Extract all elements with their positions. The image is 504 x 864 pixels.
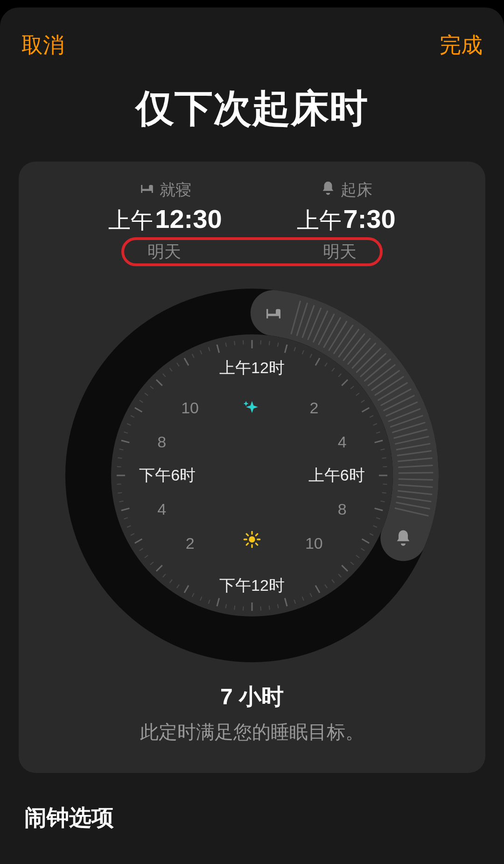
svg-line-61 xyxy=(382,458,386,458)
svg-line-100 xyxy=(150,562,154,565)
navbar: 取消 完成 xyxy=(19,26,485,60)
svg-line-118 xyxy=(131,416,134,418)
svg-line-106 xyxy=(124,517,128,519)
schedule-card: 就寝 上午12:30 起床 上午7:30 明天 xyxy=(19,162,485,773)
dial-label-10: 10 xyxy=(305,534,323,552)
svg-line-46 xyxy=(310,354,312,358)
svg-line-142 xyxy=(246,543,248,545)
svg-line-123 xyxy=(156,380,162,386)
bedtime-value[interactable]: 上午12:30 xyxy=(108,204,222,235)
svg-line-141 xyxy=(256,543,258,545)
dial-label-2b: 2 xyxy=(186,534,195,552)
svg-line-115 xyxy=(121,440,129,443)
svg-line-57 xyxy=(373,424,377,425)
svg-line-68 xyxy=(376,517,380,519)
svg-line-133 xyxy=(234,341,235,345)
dial-label-8: 8 xyxy=(338,500,347,518)
svg-line-127 xyxy=(184,358,189,366)
svg-line-76 xyxy=(338,574,341,577)
svg-line-124 xyxy=(163,374,166,377)
wake-value[interactable]: 上午7:30 xyxy=(297,204,396,235)
svg-line-131 xyxy=(217,345,219,353)
sleep-goal-text: 此定时满足您的睡眠目标。 xyxy=(34,719,470,745)
times-row: 就寝 上午12:30 起床 上午7:30 xyxy=(34,179,470,235)
svg-line-113 xyxy=(118,458,122,458)
svg-line-84 xyxy=(278,604,279,609)
sparkle-icon xyxy=(242,399,262,422)
bed-icon xyxy=(139,180,155,200)
svg-line-134 xyxy=(243,340,244,345)
svg-line-47 xyxy=(315,358,320,366)
done-button[interactable]: 完成 xyxy=(440,31,483,60)
cancel-button[interactable]: 取消 xyxy=(21,31,64,60)
svg-line-122 xyxy=(150,386,154,389)
svg-line-60 xyxy=(381,449,385,450)
dial-label-6am: 上午6时 xyxy=(308,465,365,486)
dial-label-2: 2 xyxy=(309,399,318,417)
svg-line-58 xyxy=(376,432,380,433)
dial-label-10b: 10 xyxy=(181,399,199,417)
svg-line-121 xyxy=(145,393,148,395)
bedtime-ampm: 上午 xyxy=(108,208,153,233)
svg-line-102 xyxy=(140,548,143,551)
bell-icon xyxy=(320,180,336,200)
svg-line-53 xyxy=(356,393,359,395)
svg-line-73 xyxy=(356,555,359,558)
svg-line-67 xyxy=(375,508,383,510)
svg-line-130 xyxy=(209,347,210,351)
svg-line-78 xyxy=(325,585,327,588)
dial-label-4b: 4 xyxy=(157,500,166,518)
svg-line-108 xyxy=(119,501,124,502)
dial-label-12am: 上午12时 xyxy=(219,357,285,379)
duration-summary: 7 小时 此定时满足您的睡眠目标。 xyxy=(34,682,470,745)
sleep-schedule-sheet: 取消 完成 仅下次起床时 就寝 上午12:30 xyxy=(0,7,504,864)
svg-line-56 xyxy=(370,416,373,418)
svg-line-112 xyxy=(117,467,121,467)
svg-line-107 xyxy=(121,508,129,510)
svg-line-70 xyxy=(370,533,373,535)
svg-line-110 xyxy=(117,484,121,484)
wake-handle[interactable] xyxy=(383,517,424,559)
bedtime-time: 12:30 xyxy=(155,204,222,234)
svg-line-54 xyxy=(361,400,364,403)
svg-line-77 xyxy=(332,580,334,583)
svg-line-64 xyxy=(383,484,387,484)
svg-line-62 xyxy=(383,467,387,467)
svg-line-85 xyxy=(269,606,270,610)
wake-label: 起床 xyxy=(320,179,372,201)
svg-line-79 xyxy=(315,586,320,593)
svg-line-43 xyxy=(285,345,287,353)
svg-line-44 xyxy=(294,347,295,351)
svg-line-129 xyxy=(200,350,202,354)
wake-ampm: 上午 xyxy=(297,208,342,233)
sun-icon xyxy=(243,530,261,551)
svg-line-75 xyxy=(342,565,348,571)
svg-line-55 xyxy=(362,408,370,412)
tomorrow-row: 明天 明天 xyxy=(34,237,470,270)
highlight-annotation: 明天 明天 xyxy=(121,237,383,266)
svg-line-45 xyxy=(302,350,304,354)
svg-line-74 xyxy=(350,562,354,565)
bedtime-tomorrow: 明天 xyxy=(147,241,181,263)
sleep-duration: 7 小时 xyxy=(34,682,470,712)
dial-label-4: 4 xyxy=(338,432,347,451)
bedtime-handle[interactable] xyxy=(253,292,294,333)
wake-label-text: 起床 xyxy=(341,179,372,201)
dial-face: 上午12时 上午6时 下午12时 下午6时 2 4 8 10 2 4 8 10 xyxy=(111,334,393,616)
dial-label-6pm: 下午6时 xyxy=(139,465,196,486)
svg-line-71 xyxy=(362,539,370,543)
svg-line-72 xyxy=(361,548,364,551)
bedtime-label: 就寝 xyxy=(139,179,191,201)
svg-line-49 xyxy=(332,368,334,371)
svg-line-92 xyxy=(209,600,210,604)
sleep-dial[interactable]: 上午12时 上午6时 下午12时 下午6时 2 4 8 10 2 4 8 10 xyxy=(65,289,439,662)
svg-line-83 xyxy=(285,598,287,606)
svg-line-33 xyxy=(399,479,433,480)
svg-line-99 xyxy=(156,565,162,571)
svg-line-98 xyxy=(163,574,166,577)
svg-line-40 xyxy=(260,340,261,345)
svg-line-93 xyxy=(200,597,202,601)
svg-line-86 xyxy=(260,606,261,610)
svg-line-59 xyxy=(375,440,383,443)
svg-line-128 xyxy=(192,354,194,358)
